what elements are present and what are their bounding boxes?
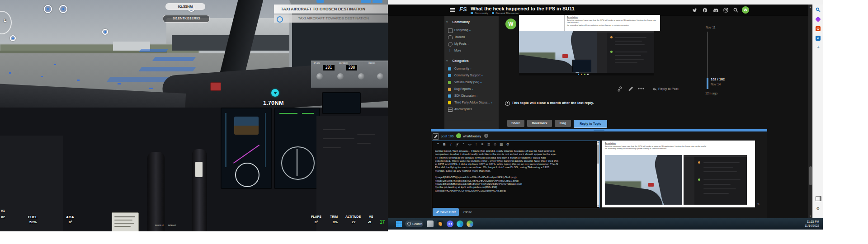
- hamburger-menu-icon[interactable]: [450, 8, 455, 12]
- post-image-description[interactable]: Description: Sets the maximum frame rate…: [519, 15, 660, 31]
- flight-sim-window[interactable]: A/T ARM IAS / MACH HEADING 281 200: [0, 0, 388, 231]
- save-edit-button[interactable]: Save Edit: [433, 208, 459, 216]
- sim-fuel-value: 50%: [29, 220, 37, 224]
- post-action-edit-icon[interactable]: [628, 86, 633, 92]
- emoji-icon[interactable]: ☺: [492, 142, 498, 147]
- bookmark-button[interactable]: Bookmark: [527, 120, 552, 127]
- sidebar-section-categories[interactable]: ˅ Categories: [446, 59, 497, 65]
- hyperlink-icon[interactable]: [454, 142, 460, 147]
- share-button[interactable]: Share: [507, 120, 524, 127]
- sidebar-item-category-community[interactable]: Community+: [448, 66, 498, 71]
- edge-panel-icon[interactable]: [816, 196, 821, 201]
- sidebar-item-category-sdk[interactable]: SDK Discussion+: [448, 93, 498, 99]
- sidebar-item-my-posts[interactable]: My Posts+: [448, 41, 498, 47]
- taskbar-app-photos-icon[interactable]: [427, 221, 434, 227]
- flag-button[interactable]: Flag: [555, 120, 571, 127]
- blockquote-icon[interactable]: ”: [460, 142, 467, 147]
- sim-mcp-panel: A/T ARM IAS / MACH HEADING 281 200: [311, 61, 388, 88]
- edge-copilot-icon[interactable]: [815, 16, 821, 22]
- mcp-knob[interactable]: [377, 73, 383, 80]
- sim-toolbar-button[interactable]: [373, 0, 382, 3]
- discord-icon[interactable]: [713, 8, 718, 13]
- sim-poi-marker[interactable]: [44, 5, 52, 13]
- calendar-icon[interactable]: ▦: [498, 142, 505, 147]
- timeline-thumb[interactable]: [707, 78, 708, 89]
- timeline-last-activity[interactable]: 12m ago: [705, 92, 717, 95]
- sidebar-item-category-vr[interactable]: Virtual Reality (VR)+: [448, 80, 498, 85]
- upload-icon[interactable]: ↑: [473, 142, 479, 147]
- composer-post-badge[interactable]: post 106: [441, 134, 454, 138]
- sidebar-item-tracked[interactable]: Tracked: [448, 34, 498, 40]
- taskbar-weather-icon[interactable]: [437, 221, 443, 227]
- topic-title[interactable]: What the heck happened to the FPS in SU1…: [471, 6, 575, 11]
- edge-search-icon[interactable]: [816, 7, 821, 12]
- composer-user-avatar: [456, 133, 461, 138]
- post-avatar[interactable]: W: [505, 19, 516, 29]
- sidebar-item-category-bug-reports[interactable]: Bug Reports+: [448, 86, 498, 92]
- edge-settings-gear-icon[interactable]: ⚙: [816, 206, 821, 211]
- sim-red-guard: [210, 82, 221, 91]
- quote-icon[interactable]: ❞: [435, 142, 441, 147]
- composer-collapse-button[interactable]: «: [757, 202, 760, 206]
- taskbar-app-discord-icon[interactable]: [447, 221, 453, 227]
- reply-to-topic-button[interactable]: Reply to Topic: [574, 120, 607, 128]
- sidebar-item-category-third-party[interactable]: Third Party Addon Discus...+: [448, 100, 498, 105]
- mcp-knob[interactable]: [358, 73, 364, 80]
- taskbar-app-maps-icon[interactable]: [467, 221, 473, 227]
- instagram-icon[interactable]: [723, 8, 728, 13]
- reply-to-post-button[interactable]: Reply to Post: [658, 87, 679, 91]
- sidebar-item-everything[interactable]: Everything+: [448, 28, 498, 33]
- post-image-composite[interactable]: [519, 31, 654, 75]
- sim-poi-marker[interactable]: [59, 5, 67, 13]
- sidebar-item-all-categories[interactable]: All categories: [448, 107, 498, 112]
- taskbar-search-pill[interactable]: Search: [405, 221, 423, 227]
- editor-scrollbar[interactable]: ▲ ▼: [597, 141, 599, 207]
- sim-throttle-lever[interactable]: [192, 149, 207, 231]
- forum-sidebar: ˅ Community Everything+ Tracked My Posts…: [444, 16, 499, 129]
- taskbar-clock[interactable]: 11:15 PM 11/14/2022: [805, 220, 819, 228]
- scrollbar-thumb[interactable]: [809, 166, 812, 185]
- composer-textarea[interactable]: control panel. Well anyway... I figure t…: [435, 149, 593, 206]
- sim-toolbar-button[interactable]: [316, 0, 324, 3]
- composer-editor[interactable]: ❞ B I ” </> ↑ ≡ ≣ ☺ ▦ ⚙ control panel. W…: [432, 141, 600, 208]
- mcp-knob[interactable]: [316, 73, 323, 80]
- sidebar-section-community[interactable]: ˅ Community: [446, 20, 497, 26]
- sidebar-item-category-community-support[interactable]: Community Support+: [448, 73, 498, 78]
- twitter-icon[interactable]: [692, 8, 697, 13]
- edge-outlook-icon[interactable]: o: [816, 36, 821, 41]
- sidebar-item-more[interactable]: ⋮ More: [448, 48, 498, 53]
- start-button[interactable]: [396, 221, 402, 227]
- gear-icon[interactable]: ⚙: [505, 142, 511, 147]
- screenshot-root: A/T ARM IAS / MACH HEADING 281 200: [0, 0, 868, 244]
- bulleted-list-icon[interactable]: ≡: [479, 142, 486, 147]
- bold-icon[interactable]: B: [441, 142, 448, 147]
- sim-toolbar-button[interactable]: [361, 0, 371, 3]
- edge-add-icon[interactable]: +: [816, 45, 821, 50]
- close-button[interactable]: Close: [463, 210, 472, 214]
- info-icon[interactable]: i: [484, 134, 488, 138]
- code-icon[interactable]: </>: [467, 142, 473, 147]
- browser-scrollbar[interactable]: ▲ ▼: [808, 5, 812, 218]
- user-avatar[interactable]: W: [742, 6, 749, 14]
- scrollbar-up-arrow[interactable]: ▲: [808, 5, 812, 8]
- italic-icon[interactable]: I: [448, 142, 454, 147]
- topic-timeline[interactable]: Nov 11 102 / 102 Nov 14 12m ago: [704, 26, 736, 98]
- numbered-list-icon[interactable]: ≣: [486, 142, 492, 147]
- post-action-link-icon[interactable]: [617, 86, 623, 92]
- post-action-more-icon[interactable]: [638, 88, 644, 90]
- facebook-icon[interactable]: [703, 8, 708, 13]
- sim-throttle-lever[interactable]: [147, 152, 165, 231]
- tag-general-discussion[interactable]: General Discussion: [495, 12, 519, 14]
- mcp-knob[interactable]: [337, 73, 344, 80]
- scrollbar-down-arrow[interactable]: ▼: [808, 215, 812, 217]
- forum-logo[interactable]: FS: [459, 6, 467, 13]
- search-icon[interactable]: [733, 8, 738, 13]
- taskbar-app-edge-icon[interactable]: [457, 221, 463, 227]
- sim-poi-marker[interactable]: [10, 35, 16, 41]
- sim-poi-marker[interactable]: [102, 29, 108, 35]
- browser-chrome-strip: [388, 0, 823, 5]
- composer-edit-badge-icon: [433, 133, 439, 140]
- timeline-start-date[interactable]: Nov 11: [706, 26, 716, 29]
- tag-community[interactable]: Community: [475, 12, 488, 14]
- edge-office-icon[interactable]: O: [816, 26, 821, 31]
